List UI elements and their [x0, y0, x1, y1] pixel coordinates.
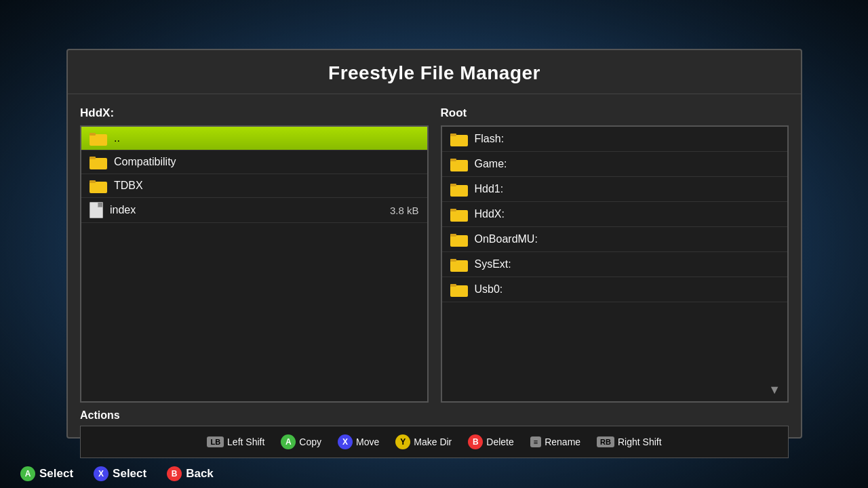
- svg-rect-13: [450, 210, 468, 222]
- rb-button[interactable]: RB: [597, 436, 614, 447]
- svg-rect-15: [450, 235, 468, 247]
- folder-icon-r1: [450, 157, 468, 171]
- rename-label: Rename: [545, 436, 580, 447]
- right-item-2[interactable]: Hdd1:: [442, 177, 788, 202]
- svg-rect-3: [90, 158, 107, 169]
- actions-section: Actions LB Left Shift A Copy X Move Y Ma…: [68, 403, 801, 458]
- right-item-2-name: Hdd1:: [475, 183, 504, 195]
- actions-label: Actions: [80, 409, 789, 422]
- svg-rect-18: [450, 259, 456, 262]
- bottom-b-back: B Back: [167, 466, 214, 481]
- right-item-1-name: Game:: [475, 158, 507, 170]
- left-item-1-name: Compatibility: [114, 156, 176, 168]
- svg-rect-12: [450, 184, 456, 186]
- folder-icon-r0: [450, 131, 468, 146]
- right-item-4[interactable]: OnBoardMU:: [442, 227, 788, 252]
- bottom-a-label: Select: [39, 467, 73, 481]
- action-left-shift: LB Left Shift: [207, 436, 264, 447]
- right-item-4-name: OnBoardMU:: [475, 233, 538, 245]
- left-item-3-name: index: [110, 204, 136, 216]
- left-panel-label: HddX:: [80, 106, 429, 120]
- bottom-b-button[interactable]: B: [167, 466, 182, 481]
- left-file-list[interactable]: .. Compatibility: [80, 125, 429, 403]
- right-panel-label: Root: [441, 106, 789, 120]
- menu-button[interactable]: ≡: [530, 436, 541, 447]
- svg-rect-5: [90, 182, 107, 193]
- y-button[interactable]: Y: [395, 434, 410, 449]
- copy-label: Copy: [299, 436, 321, 447]
- svg-rect-17: [450, 260, 468, 272]
- svg-rect-7: [450, 135, 468, 146]
- b-button[interactable]: B: [468, 434, 483, 449]
- scroll-down-arrow[interactable]: ▼: [768, 383, 781, 397]
- svg-rect-6: [90, 180, 96, 183]
- right-item-6[interactable]: Usb0:: [442, 277, 788, 302]
- left-shift-label: Left Shift: [227, 436, 264, 447]
- left-item-0[interactable]: ..: [81, 127, 427, 150]
- right-item-5[interactable]: SysExt:: [442, 252, 788, 277]
- folder-icon-r4: [450, 232, 468, 247]
- right-item-3-name: HddX:: [475, 208, 505, 220]
- left-item-1[interactable]: Compatibility: [81, 150, 427, 174]
- panels-container: HddX: ..: [68, 94, 801, 403]
- right-item-0[interactable]: Flash:: [442, 127, 788, 152]
- right-item-0-name: Flash:: [475, 133, 505, 145]
- bottom-x-label: Select: [113, 467, 146, 481]
- bottom-a-select: A Select: [20, 466, 73, 481]
- make-dir-label: Make Dir: [414, 436, 452, 447]
- left-item-3-size: 3.8 kB: [390, 205, 419, 216]
- svg-rect-16: [450, 234, 456, 237]
- svg-rect-19: [450, 285, 468, 297]
- svg-rect-11: [450, 185, 468, 197]
- right-panel: Root Flash:: [441, 106, 789, 403]
- left-item-3[interactable]: index 3.8 kB: [81, 198, 427, 223]
- delete-label: Delete: [486, 436, 513, 447]
- action-delete: B Delete: [468, 434, 513, 449]
- file-icon-3: [90, 202, 103, 218]
- a-button[interactable]: A: [281, 434, 296, 449]
- x-button[interactable]: X: [338, 434, 353, 449]
- right-item-3[interactable]: HddX:: [442, 202, 788, 227]
- file-manager-window: Freestyle File Manager HddX: ..: [66, 49, 802, 439]
- svg-rect-20: [450, 284, 456, 287]
- svg-rect-4: [90, 157, 96, 159]
- action-move: X Move: [338, 434, 379, 449]
- move-label: Move: [356, 436, 379, 447]
- svg-rect-14: [450, 209, 456, 211]
- left-panel: HddX: ..: [80, 106, 429, 403]
- left-item-2-name: TDBX: [114, 180, 143, 192]
- left-item-0-name: ..: [114, 132, 120, 144]
- left-item-2[interactable]: TDBX: [81, 174, 427, 198]
- folder-icon: [90, 131, 107, 146]
- svg-rect-10: [450, 159, 456, 161]
- folder-icon-r2: [450, 182, 468, 197]
- window-title: Freestyle File Manager: [328, 62, 540, 83]
- action-copy: A Copy: [281, 434, 321, 449]
- bottom-b-label: Back: [186, 467, 214, 481]
- svg-rect-8: [450, 134, 456, 136]
- folder-icon-r6: [450, 282, 468, 297]
- title-bar: Freestyle File Manager: [68, 50, 801, 94]
- action-make-dir: Y Make Dir: [395, 434, 452, 449]
- action-right-shift: RB Right Shift: [597, 436, 661, 447]
- folder-icon-r3: [450, 207, 468, 222]
- bottom-a-button[interactable]: A: [20, 466, 35, 481]
- folder-icon-r5: [450, 257, 468, 272]
- lb-button[interactable]: LB: [207, 436, 224, 447]
- folder-icon-2: [90, 178, 107, 193]
- bottom-x-select: X Select: [94, 466, 146, 481]
- right-item-5-name: SysExt:: [475, 258, 511, 270]
- right-file-list[interactable]: Flash: Game:: [441, 125, 789, 403]
- action-rename: ≡ Rename: [530, 436, 580, 447]
- actions-bar: LB Left Shift A Copy X Move Y Make Dir B…: [80, 426, 789, 458]
- right-item-1[interactable]: Game:: [442, 152, 788, 177]
- bottom-x-button[interactable]: X: [94, 466, 108, 481]
- folder-icon-1: [90, 155, 107, 169]
- bottom-bar: A Select X Select B Back: [0, 466, 868, 481]
- right-shift-label: Right Shift: [618, 436, 662, 447]
- svg-rect-9: [450, 160, 468, 171]
- right-item-6-name: Usb0:: [475, 283, 503, 296]
- svg-rect-2: [90, 133, 96, 136]
